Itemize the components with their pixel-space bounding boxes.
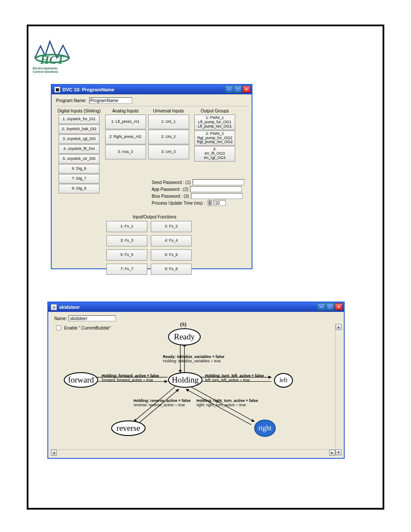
skidsteer-title-icon: ◇ (51, 304, 57, 310)
uni-3[interactable]: 3: Uni_3 (148, 145, 189, 159)
trans-holding-forward-2: forward: forward_active = true (102, 378, 153, 382)
skidsteer-titlebar[interactable]: ◇ skidsteer – □ × (48, 302, 344, 312)
skidsteer-window: ◇ skidsteer – □ × Name: Enable ".Current… (47, 302, 345, 459)
dig-2[interactable]: 2: Joystick_bak_DI2 (59, 124, 100, 134)
trans-holding-reverse-2: reverse: reverse_active = true (134, 403, 185, 407)
process-update-time-input[interactable] (214, 200, 226, 206)
bubble-ready[interactable]: Ready (168, 328, 201, 345)
fx-7[interactable]: 7: Fx_7 (106, 264, 147, 275)
state-diagram[interactable]: (S) Ready Holding forward left reverse r… (51, 314, 335, 449)
start-marker: (S) (180, 321, 187, 328)
fx-2[interactable]: 2: Fx_2 (151, 221, 192, 232)
program-name-input[interactable] (89, 97, 132, 104)
fx-8[interactable]: 8: Fx_8 (151, 264, 192, 275)
bios-password-input[interactable] (191, 193, 243, 199)
scroll-left-button[interactable]: ◄ (51, 450, 57, 456)
scroll-down-button[interactable]: ▼ (336, 449, 342, 455)
dvc10-window: ▦ DVC 10: ProgramName – □ × Program Name… (51, 84, 252, 269)
dvc10-title-text: DVC 10: ProgramName (62, 87, 114, 92)
fx-5[interactable]: 5: Fx_5 (106, 249, 147, 261)
trans-ready-holding-1: Ready: initialize_variables = false (163, 355, 224, 359)
trans-holding-left-2: left: turn_left_active = true (205, 378, 250, 382)
header-analog-inputs: Analog Inputs (104, 107, 147, 114)
out-3[interactable]: 3: trn_lft_OG3 trn_rgt_OG3 (194, 146, 235, 162)
program-name-label: Program Name: (56, 98, 87, 103)
svg-text:HCT: HCT (40, 53, 65, 66)
fx-1[interactable]: 1: Fx_1 (106, 221, 147, 232)
out-2[interactable]: 2: PWM_2 Rgt_pump_for_OG2 Rgt_pump_rev_O… (194, 131, 235, 146)
fx-3[interactable]: 3: Fx_3 (106, 235, 147, 246)
vertical-scrollbar[interactable]: ▲ ▼ (335, 324, 341, 455)
dig-8[interactable]: 8: Dig_8 (59, 184, 100, 193)
process-update-time-spinner[interactable]: ▲▼ (208, 200, 212, 206)
dig-1[interactable]: 1: Joystick_for_DI1 (59, 115, 100, 124)
ana-3[interactable]: 3: Ana_3 (105, 145, 146, 159)
send-password-input[interactable] (193, 179, 244, 185)
trans-ready-holding-2: Holding: initialize_variables = true (163, 359, 221, 363)
header-universal-inputs: Universal Inputs (147, 107, 190, 114)
trans-holding-left-1: Holding: turn_left_active = false (205, 373, 264, 378)
dig-3[interactable]: 3: Joystick_rgt_DI3 (59, 134, 100, 144)
trans-holding-reverse-1: Holding: reverse_active = false (134, 398, 190, 403)
bubble-reverse[interactable]: reverse (111, 420, 146, 436)
ana-2[interactable]: 2: Rght_press_AI2 (105, 130, 146, 144)
app-password-label: App Password : (2) (152, 187, 188, 192)
dig-5[interactable]: 5: Joystick_ctr_DI5 (59, 154, 100, 164)
minimize-button[interactable]: – (225, 86, 233, 93)
ana-1[interactable]: 1: Lft_press_AI1 (105, 115, 146, 129)
close-button[interactable]: × (243, 86, 250, 93)
header-digital-inputs: Digital Inputs (Sinking) (54, 107, 104, 114)
close-button[interactable]: × (335, 303, 342, 310)
bubble-right[interactable]: right (254, 420, 276, 437)
horizontal-scrollbar[interactable]: ◄ ► (51, 449, 335, 455)
uni-2[interactable]: 2: Uni_2 (148, 130, 189, 144)
fx-6[interactable]: 6: Fx_6 (151, 249, 192, 261)
bios-password-label: Bios Password : (3) (152, 194, 189, 199)
dvc10-titlebar[interactable]: ▦ DVC 10: ProgramName – □ × (52, 85, 252, 94)
uni-1[interactable]: 1: Uni_1 (148, 115, 189, 129)
bubble-holding[interactable]: Holding (168, 372, 202, 388)
trans-holding-right-2: right: right_turn_active = true (196, 403, 246, 407)
scroll-right-button[interactable]: ► (329, 450, 335, 456)
maximize-button[interactable]: □ (326, 303, 334, 310)
bubble-left[interactable]: left (274, 373, 293, 388)
header-output-groups: Output Groups (190, 107, 240, 114)
io-functions-header: Input/Output Functions (133, 215, 176, 219)
send-password-label: Send Password : (1) (152, 180, 191, 185)
logo-tagline-1: Electro-Hydraulic (33, 67, 58, 70)
scroll-up-button[interactable]: ▲ (336, 324, 342, 330)
dig-6[interactable]: 6: Dig_6 (59, 164, 100, 174)
maximize-button[interactable]: □ (234, 86, 242, 93)
process-update-time-label: Process Update Time (ms) : (152, 201, 205, 205)
out-1[interactable]: 1: PWM_1 Lft_pump_for_OG1 Lft_pump_rev_O… (194, 115, 235, 130)
logo-tagline-2: Control Solutions (33, 70, 58, 73)
fx-4[interactable]: 4: Fx_4 (151, 235, 192, 246)
trans-holding-right-1: Holding: right_turn_active = false (196, 398, 258, 403)
dvc10-title-icon: ▦ (54, 87, 60, 93)
trans-holding-forward-1: Holding: forward_active = false (102, 373, 159, 378)
dig-7[interactable]: 7: Dig_7 (59, 174, 100, 184)
bubble-forward[interactable]: forward (64, 372, 98, 388)
dig-4[interactable]: 4: Joystick_lft_DI4 (59, 144, 100, 154)
skidsteer-title-text: skidsteer (59, 305, 80, 310)
app-password-input[interactable] (190, 186, 242, 192)
minimize-button[interactable]: – (318, 303, 325, 310)
